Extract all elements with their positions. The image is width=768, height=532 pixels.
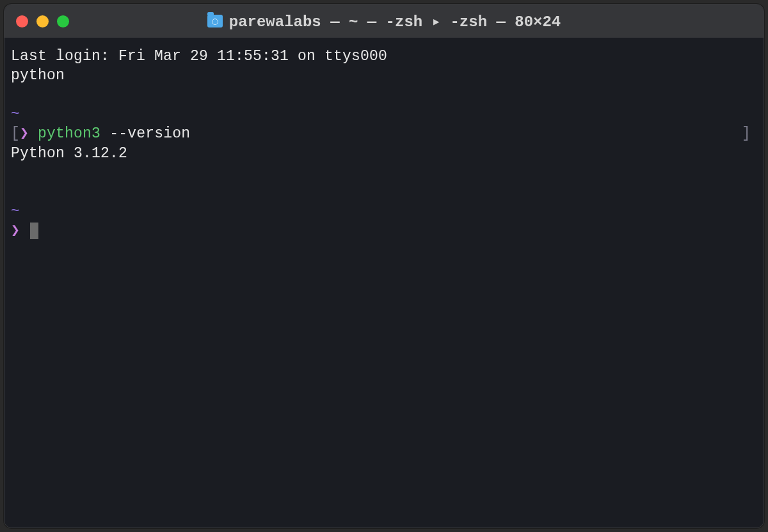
folder-icon [207,15,223,27]
prompt-open-bracket: [ [11,125,20,142]
terminal-body[interactable]: Last login: Fri Mar 29 11:55:31 on ttys0… [4,38,764,528]
command-name: python3 [38,125,100,142]
blank-line [11,86,757,105]
traffic-lights [16,15,69,27]
terminal-window: parewalabs — ~ — -zsh ▸ -zsh — 80×24 Las… [4,4,764,528]
maximize-button[interactable] [57,15,69,27]
last-login-line: Last login: Fri Mar 29 11:55:31 on ttys0… [11,47,757,66]
prompt-close-bracket: ] [742,124,751,143]
title-bar[interactable]: parewalabs — ~ — -zsh ▸ -zsh — 80×24 [4,4,764,38]
prompt-line-2[interactable]: ❯ [11,221,757,240]
prompt-arrow: ❯ [20,125,29,142]
cwd-tilde: ~ [11,202,757,221]
minimize-button[interactable] [36,15,49,27]
prompt-arrow: ❯ [11,223,20,239]
cwd-tilde: ~ [11,105,757,124]
blank-line [11,183,757,202]
blank-line [11,163,757,182]
window-title: parewalabs — ~ — -zsh ▸ -zsh — 80×24 [229,12,561,31]
command-output: Python 3.12.2 [11,144,757,163]
command-args: --version [100,125,190,142]
close-button[interactable] [16,15,28,27]
title-content: parewalabs — ~ — -zsh ▸ -zsh — 80×24 [207,12,561,31]
prompt-line-1: [❯ python3 --version] [11,124,757,143]
cursor [30,223,38,239]
output-line: python [11,66,757,85]
